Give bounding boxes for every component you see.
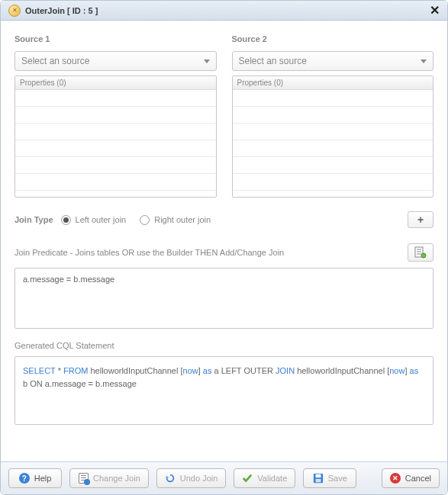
source-1-select[interactable]: Select an source — [15, 51, 217, 71]
source-1-column: Source 1 Select an source Properties (0) — [15, 34, 217, 198]
source-2-select[interactable]: Select an source — [232, 51, 434, 71]
close-icon[interactable]: ✕ — [430, 5, 440, 17]
radio-left-outer[interactable]: Left outer join — [61, 215, 127, 225]
dialog-title: OuterJoin [ ID : 5 ] — [25, 6, 425, 15]
table-row — [233, 107, 433, 124]
cancel-button[interactable]: ✕ Cancel — [382, 468, 440, 488]
help-icon: ? — [19, 473, 30, 484]
cancel-label: Cancel — [405, 474, 431, 483]
predicate-header-row: Join Predicate - Joins tables OR use the… — [15, 243, 433, 262]
table-row — [15, 90, 216, 107]
table-row — [233, 124, 433, 140]
svg-rect-7 — [315, 474, 321, 477]
table-row — [15, 124, 216, 140]
undo-icon — [165, 473, 176, 484]
radio-icon — [61, 215, 71, 225]
save-button[interactable]: Save — [303, 468, 356, 488]
table-row — [233, 157, 433, 174]
table-row — [15, 140, 216, 157]
radio-icon — [140, 215, 150, 225]
cql-label: Generated CQL Statement — [15, 341, 433, 350]
table-row — [233, 140, 433, 157]
validate-label: Validate — [257, 474, 287, 483]
source-2-select-text: Select an source — [239, 56, 421, 66]
svg-marker-5 — [166, 476, 169, 478]
source-1-label: Source 1 — [15, 34, 217, 43]
undo-join-label: Undo Join — [180, 474, 218, 483]
table-row — [15, 157, 216, 174]
app-icon — [8, 5, 21, 17]
undo-join-button[interactable]: Undo Join — [156, 468, 227, 488]
builder-button[interactable] — [408, 243, 433, 262]
source-1-properties-header: Properties (0) — [15, 76, 216, 90]
svg-rect-8 — [315, 479, 321, 482]
source-2-properties: Properties (0) — [232, 76, 434, 198]
save-icon — [313, 473, 324, 484]
chevron-down-icon — [204, 59, 210, 63]
outerjoin-dialog: OuterJoin [ ID : 5 ] ✕ Source 1 Select a… — [0, 0, 448, 495]
cancel-icon: ✕ — [390, 473, 401, 484]
svg-point-4 — [421, 253, 426, 258]
chevron-down-icon — [421, 59, 427, 63]
dialog-content: Source 1 Select an source Properties (0) — [1, 21, 447, 461]
check-icon — [242, 473, 253, 484]
join-type-label: Join Type — [15, 215, 53, 224]
predicate-text[interactable]: a.message = b.message — [15, 268, 433, 329]
footer: ? Help Change Join Undo Join Validate Sa… — [1, 461, 447, 494]
predicate-label: Join Predicate - Joins tables OR use the… — [15, 248, 401, 257]
table-row — [15, 174, 216, 191]
source-2-column: Source 2 Select an source Properties (0) — [232, 34, 434, 198]
source-1-select-text: Select an source — [21, 56, 204, 66]
source-1-properties: Properties (0) — [15, 76, 217, 198]
join-type-radio-group: Left outer join Right outer join — [61, 215, 400, 225]
change-join-button[interactable]: Change Join — [69, 468, 149, 488]
table-row — [15, 107, 216, 124]
titlebar: OuterJoin [ ID : 5 ] ✕ — [1, 1, 447, 21]
join-type-row: Join Type Left outer join Right outer jo… — [15, 211, 433, 228]
change-join-label: Change Join — [93, 474, 140, 483]
radio-right-outer[interactable]: Right outer join — [140, 215, 211, 225]
cql-header-row: Generated CQL Statement — [15, 341, 433, 350]
table-row — [233, 174, 433, 191]
builder-icon — [414, 246, 427, 259]
radio-right-label: Right outer join — [154, 215, 211, 224]
radio-left-label: Left outer join — [76, 215, 127, 224]
save-label: Save — [328, 474, 347, 483]
table-row — [233, 90, 433, 107]
source-2-properties-header: Properties (0) — [233, 76, 433, 90]
help-label: Help — [34, 474, 52, 483]
add-button[interactable]: + — [408, 211, 433, 228]
validate-button[interactable]: Validate — [234, 468, 295, 488]
sources-row: Source 1 Select an source Properties (0) — [15, 34, 433, 198]
document-icon — [78, 473, 89, 484]
cql-statement: SELECT * FROM helloworldInputChannel [no… — [15, 356, 433, 425]
source-2-label: Source 2 — [232, 34, 434, 43]
help-button[interactable]: ? Help — [8, 468, 62, 488]
